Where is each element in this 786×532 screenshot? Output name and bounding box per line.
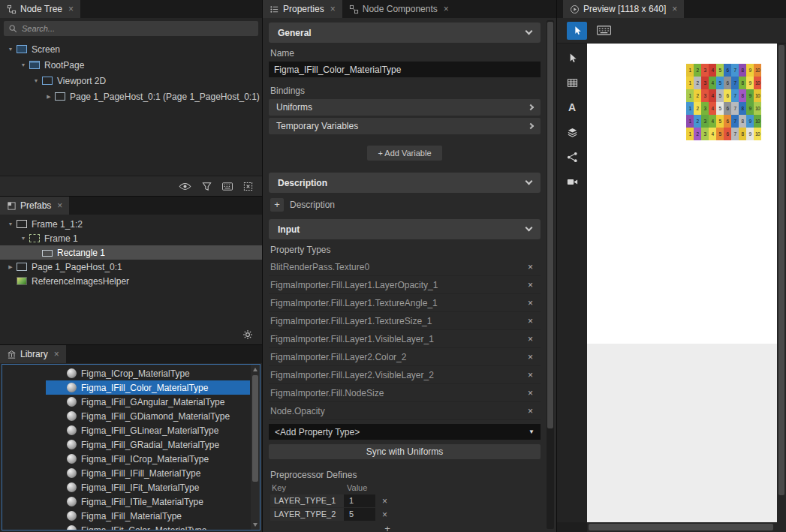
- expander-icon[interactable]: ▶: [5, 264, 16, 270]
- section-general-header[interactable]: General: [269, 23, 541, 43]
- remove-icon[interactable]: ×: [382, 496, 387, 506]
- scrollbar-thumb[interactable]: [778, 45, 784, 495]
- grid-tool-button[interactable]: [562, 74, 583, 91]
- visibility-filter-button[interactable]: [179, 182, 191, 191]
- close-icon[interactable]: ×: [330, 4, 336, 14]
- property-type-row[interactable]: FigmaImporter.Fill.Layer1.VisibleLayer_1…: [269, 330, 541, 348]
- add-variable-button[interactable]: + Add Variable: [367, 146, 441, 161]
- property-type-row[interactable]: FigmaImporter.Fill.NodeSize ×: [269, 384, 541, 402]
- expander-icon[interactable]: ▼: [18, 236, 29, 241]
- tree-item[interactable]: ▼ Screen: [0, 41, 262, 57]
- temporary-variables-row[interactable]: Temporary Variables: [269, 118, 541, 134]
- define-value[interactable]: 5: [344, 508, 375, 521]
- library-item[interactable]: Figma_IFill_GAngular_MaterialType: [46, 395, 250, 409]
- property-type-row[interactable]: FigmaImporter.Fill.Layer1.LayerOpacity_1…: [269, 276, 541, 294]
- remove-icon[interactable]: ×: [520, 370, 541, 380]
- expander-icon[interactable]: ▼: [5, 221, 16, 227]
- library-item[interactable]: Figma_IFill_Color_MaterialType: [46, 380, 250, 395]
- camera-tool-button[interactable]: [562, 173, 583, 190]
- property-type-row[interactable]: FigmaImporter.Fill.Layer2.VisibleLayer_2…: [269, 366, 541, 384]
- add-description-button[interactable]: +: [270, 198, 284, 212]
- tree-item[interactable]: ▼ Viewport 2D: [0, 73, 262, 89]
- remove-icon[interactable]: ×: [382, 509, 387, 520]
- preview-canvas[interactable]: 1234567891012345678910123456789101234567…: [587, 44, 777, 522]
- add-property-type-dropdown[interactable]: <Add Property Type> ▼: [269, 424, 541, 440]
- sync-with-uniforms-button[interactable]: Sync with Uniforms: [269, 444, 541, 459]
- isolate-button[interactable]: [243, 182, 253, 191]
- tree-item[interactable]: ▼ Frame 1: [0, 231, 262, 245]
- library-item[interactable]: Figma_IFill_IFit_MaterialType: [46, 480, 250, 494]
- text-tool-button[interactable]: A: [562, 99, 583, 116]
- tab-node-components[interactable]: Node Components ×: [342, 0, 456, 18]
- tab-node-tree[interactable]: Node Tree ×: [0, 0, 80, 18]
- section-input-header[interactable]: Input: [269, 219, 541, 239]
- property-type-row[interactable]: FigmaImporter.Fill.Layer1.TextureSize_1 …: [269, 312, 541, 330]
- library-item[interactable]: Figma_IFill_ICrop_MaterialType: [46, 452, 250, 466]
- tree-item[interactable]: ▼ RootPage: [0, 57, 262, 73]
- virtual-keyboard-button[interactable]: [594, 22, 614, 40]
- uniforms-row[interactable]: Uniforms: [269, 99, 541, 116]
- scrollbar-thumb[interactable]: [547, 22, 553, 428]
- remove-icon[interactable]: ×: [520, 334, 541, 344]
- layers-tool-button[interactable]: [562, 124, 583, 140]
- tree-item[interactable]: Rectangle 1: [0, 245, 262, 260]
- close-icon[interactable]: ×: [68, 4, 74, 14]
- section-description-header[interactable]: Description: [269, 173, 541, 193]
- close-icon[interactable]: ×: [54, 349, 59, 359]
- tree-item[interactable]: ▶ Page 1_PageHost_0:1 (Page 1_PageHost_0…: [0, 89, 262, 104]
- select-tool-button[interactable]: [562, 50, 583, 66]
- scrollbar-thumb[interactable]: [252, 375, 258, 482]
- remove-icon[interactable]: ×: [520, 352, 541, 362]
- prefabs-settings-button[interactable]: [242, 329, 253, 340]
- tree-item[interactable]: ▼ Frame 1_1:2: [0, 217, 262, 231]
- property-type-row[interactable]: FigmaImporter.Fill.Layer2.Color_2 ×: [269, 348, 541, 366]
- property-type-row[interactable]: BlitRenderPass.Texture0 ×: [269, 258, 541, 276]
- filter-button[interactable]: [202, 182, 212, 191]
- remove-icon[interactable]: ×: [520, 316, 541, 326]
- properties-scrollbar[interactable]: [547, 20, 554, 529]
- library-item[interactable]: Figma_IFit_Color_MaterialType: [46, 523, 250, 530]
- scrollbar-thumb[interactable]: [589, 524, 773, 530]
- close-icon[interactable]: ×: [672, 4, 677, 14]
- expander-icon[interactable]: ▼: [5, 47, 16, 52]
- expander-icon[interactable]: ▼: [31, 78, 41, 83]
- tree-item[interactable]: ▶ Page 1_PageHost_0:1: [0, 260, 262, 274]
- tab-preview[interactable]: Preview [1118 x 640] ×: [563, 0, 684, 18]
- tab-prefabs[interactable]: Prefabs ×: [0, 197, 69, 215]
- library-item[interactable]: Figma_IFill_IFill_MaterialType: [46, 466, 250, 480]
- close-icon[interactable]: ×: [444, 4, 449, 14]
- node-graph-tool-button[interactable]: [562, 149, 583, 165]
- property-type-row[interactable]: Node.Opacity ×: [269, 402, 541, 420]
- library-item[interactable]: Figma_ICrop_MaterialType: [46, 366, 250, 380]
- preview-vertical-scrollbar[interactable]: [777, 44, 786, 522]
- search-input[interactable]: [4, 21, 258, 36]
- define-key[interactable]: LAYER_TYPE_1: [270, 494, 344, 507]
- remove-icon[interactable]: ×: [520, 388, 541, 398]
- name-input[interactable]: [269, 62, 541, 77]
- remove-icon[interactable]: ×: [520, 262, 541, 272]
- preview-horizontal-scrollbar[interactable]: [587, 522, 786, 532]
- library-item[interactable]: Figma_IFill_ITile_MaterialType: [46, 494, 250, 509]
- remove-icon[interactable]: ×: [520, 280, 541, 290]
- pick-tool-button[interactable]: [567, 22, 587, 40]
- library-item[interactable]: Figma_IFill_GDiamond_MaterialType: [46, 409, 250, 423]
- define-value[interactable]: 1: [344, 494, 375, 507]
- library-scrollbar[interactable]: [251, 365, 260, 530]
- scroll-down-icon[interactable]: [253, 523, 257, 527]
- tab-properties[interactable]: Properties ×: [263, 0, 342, 18]
- remove-icon[interactable]: ×: [520, 406, 541, 416]
- library-item[interactable]: Figma_IFill_MaterialType: [46, 509, 250, 523]
- scroll-up-icon[interactable]: [253, 368, 257, 371]
- remove-icon[interactable]: ×: [520, 298, 541, 308]
- tree-item[interactable]: ReferenceImagesHelper: [0, 274, 262, 288]
- grid-toggle-button[interactable]: [222, 182, 233, 191]
- property-type-row[interactable]: FigmaImporter.Fill.Layer1.TextureAngle_1…: [269, 294, 541, 312]
- expander-icon[interactable]: ▶: [44, 94, 54, 100]
- tab-library[interactable]: Library ×: [0, 345, 66, 363]
- expander-icon[interactable]: ▼: [18, 62, 29, 68]
- library-item[interactable]: Figma_IFill_GRadial_MaterialType: [46, 437, 250, 452]
- add-define-button[interactable]: +: [382, 523, 393, 532]
- define-key[interactable]: LAYER_TYPE_2: [270, 508, 344, 521]
- close-icon[interactable]: ×: [57, 200, 62, 211]
- library-item[interactable]: Figma_IFill_GLinear_MaterialType: [46, 423, 250, 437]
